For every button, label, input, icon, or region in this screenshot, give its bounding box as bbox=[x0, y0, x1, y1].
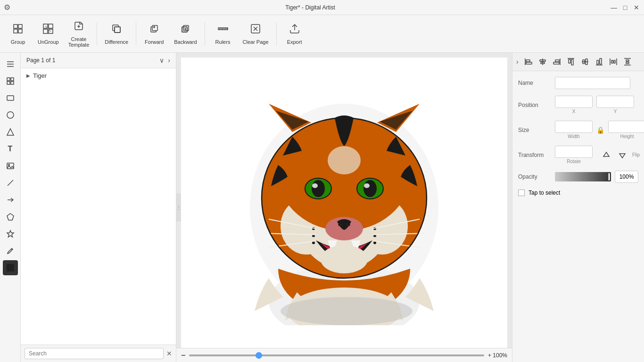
svg-point-62 bbox=[363, 180, 377, 197]
rotate-input[interactable] bbox=[555, 146, 593, 158]
pen-tool[interactable] bbox=[3, 243, 18, 258]
layers-button[interactable] bbox=[3, 74, 18, 89]
toolbar: Group UnGroup CreateTemplate Dif bbox=[0, 15, 644, 53]
distribute-h-button[interactable] bbox=[607, 56, 619, 68]
canvas-container bbox=[181, 58, 507, 348]
create-template-button[interactable]: CreateTemplate bbox=[65, 17, 93, 50]
group-icon bbox=[12, 23, 24, 37]
pos-x-group: X bbox=[555, 96, 593, 114]
width-input[interactable] bbox=[555, 121, 593, 133]
svg-rect-47 bbox=[7, 264, 14, 272]
width-group: Width bbox=[555, 121, 593, 139]
align-middle-button[interactable] bbox=[579, 56, 591, 68]
toolbar-separator-4 bbox=[276, 22, 277, 46]
opacity-slider[interactable] bbox=[555, 172, 611, 181]
pos-x-input[interactable] bbox=[555, 96, 593, 108]
rotate-left-button[interactable] bbox=[600, 149, 612, 161]
height-label: Height bbox=[608, 134, 644, 139]
layer-group-tiger[interactable]: ▶ Tiger bbox=[21, 70, 176, 81]
layers-scroll: ▶ Tiger bbox=[21, 68, 176, 345]
zoom-out-button[interactable]: − bbox=[181, 351, 185, 360]
tap-select-checkbox[interactable] bbox=[518, 189, 525, 196]
pos-y-label: Y bbox=[596, 109, 634, 114]
ungroup-label: UnGroup bbox=[38, 39, 59, 45]
search-input[interactable] bbox=[25, 348, 164, 359]
height-group: Height bbox=[608, 121, 644, 139]
rulers-button[interactable]: Rulers bbox=[209, 17, 237, 50]
svg-rect-109 bbox=[614, 60, 615, 63]
align-left-button[interactable] bbox=[522, 56, 535, 68]
clear-page-icon bbox=[250, 23, 261, 37]
svg-point-67 bbox=[328, 146, 361, 174]
svg-point-63 bbox=[312, 183, 318, 188]
forward-icon bbox=[149, 23, 160, 37]
svg-rect-6 bbox=[43, 29, 48, 33]
forward-button[interactable]: Forward bbox=[140, 17, 168, 50]
align-center-v-button[interactable] bbox=[537, 56, 549, 68]
export-button[interactable]: Export bbox=[281, 17, 309, 50]
ungroup-button[interactable]: UnGroup bbox=[34, 17, 63, 50]
group-button[interactable]: Group bbox=[4, 17, 32, 50]
search-clear-button[interactable]: ✕ bbox=[166, 350, 172, 357]
image-tool[interactable] bbox=[3, 158, 18, 173]
svg-point-70 bbox=[346, 223, 350, 226]
height-input[interactable] bbox=[608, 121, 644, 133]
star-tool[interactable] bbox=[3, 226, 18, 241]
rectangle-tool[interactable] bbox=[3, 90, 18, 106]
difference-button[interactable]: Difference bbox=[101, 17, 132, 50]
flip-button[interactable] bbox=[616, 149, 628, 161]
layers-panel: Page 1 of 1 ∨ › ▶ Tiger ✕ bbox=[21, 53, 176, 362]
opacity-value[interactable] bbox=[615, 171, 638, 183]
menu-button[interactable] bbox=[3, 57, 18, 72]
text-tool[interactable]: T bbox=[3, 141, 18, 156]
layers-expand-button[interactable]: ∨ bbox=[159, 57, 164, 64]
settings-button[interactable]: ⚙ bbox=[4, 3, 10, 12]
clear-page-button[interactable]: Clear Page bbox=[239, 17, 272, 50]
main-area: T bbox=[0, 53, 644, 362]
line-tool[interactable] bbox=[3, 175, 18, 190]
svg-marker-115 bbox=[619, 154, 625, 158]
svg-point-38 bbox=[7, 112, 14, 118]
opacity-label: Opacity bbox=[518, 173, 551, 180]
create-template-label: CreateTemplate bbox=[68, 36, 90, 48]
distribute-v-button[interactable] bbox=[621, 56, 634, 68]
layer-name-tiger: Tiger bbox=[33, 72, 47, 79]
clear-page-label: Clear Page bbox=[243, 39, 269, 45]
circle-tool[interactable] bbox=[3, 107, 18, 123]
svg-rect-15 bbox=[152, 25, 157, 31]
svg-rect-35 bbox=[7, 82, 10, 84]
black-rectangle-tool[interactable] bbox=[3, 260, 18, 275]
align-bottom-button[interactable] bbox=[593, 56, 605, 68]
close-button[interactable]: ✕ bbox=[633, 4, 640, 11]
align-right-button[interactable] bbox=[551, 56, 563, 68]
app-title: Tiger* - Digital Artist bbox=[10, 4, 610, 11]
rulers-label: Rulers bbox=[215, 39, 231, 45]
triangle-tool[interactable] bbox=[3, 124, 18, 140]
export-icon bbox=[289, 23, 300, 37]
svg-point-86 bbox=[281, 297, 413, 325]
svg-rect-90 bbox=[526, 62, 532, 64]
rotate-group: Rotate bbox=[555, 146, 593, 164]
lock-icon[interactable]: 🔒 bbox=[596, 126, 604, 134]
layers-collapse-button[interactable]: › bbox=[168, 57, 170, 64]
panel-expand-button[interactable]: › bbox=[516, 58, 519, 66]
align-top-button[interactable] bbox=[565, 56, 577, 68]
canvas-area[interactable]: ⋮ bbox=[176, 53, 512, 362]
name-label: Name bbox=[518, 80, 551, 86]
name-input[interactable] bbox=[555, 77, 630, 89]
backward-button[interactable]: Backward bbox=[170, 17, 200, 50]
arrow-tool[interactable] bbox=[3, 192, 18, 207]
maximize-button[interactable]: □ bbox=[621, 4, 629, 11]
pentagon-tool[interactable] bbox=[3, 209, 18, 224]
svg-rect-99 bbox=[571, 59, 573, 65]
svg-rect-40 bbox=[7, 163, 14, 169]
svg-rect-104 bbox=[597, 60, 599, 64]
zoom-slider[interactable] bbox=[189, 354, 484, 356]
tap-to-select-row: Tap to select bbox=[518, 189, 638, 196]
group-label: Group bbox=[11, 39, 25, 45]
pos-x-label: X bbox=[555, 109, 593, 114]
difference-icon bbox=[111, 23, 122, 37]
pos-y-input[interactable] bbox=[596, 96, 634, 108]
svg-marker-45 bbox=[7, 230, 14, 237]
minimize-button[interactable]: — bbox=[610, 4, 618, 11]
